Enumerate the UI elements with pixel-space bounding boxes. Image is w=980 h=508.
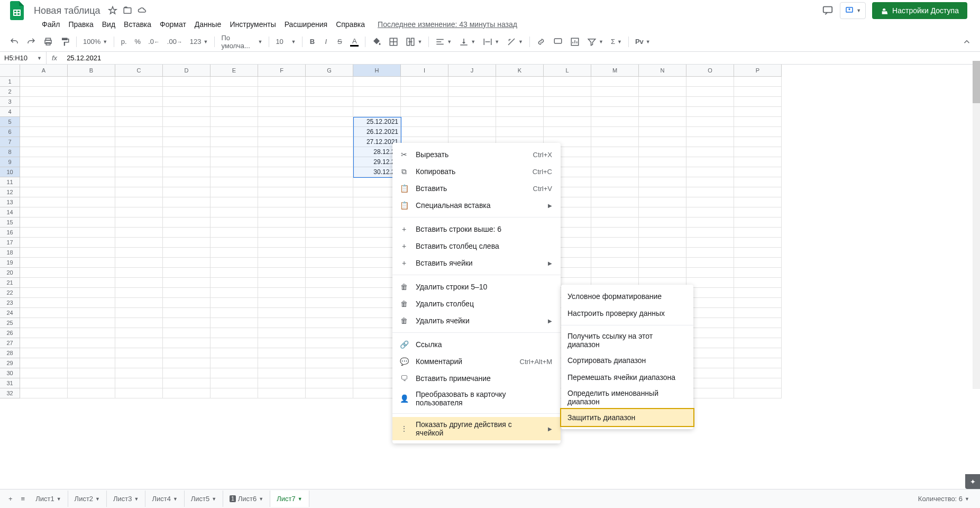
cell[interactable] bbox=[68, 217, 115, 228]
cell[interactable] bbox=[734, 388, 782, 398]
row-header[interactable]: 12 bbox=[0, 187, 20, 197]
ctx-copy[interactable]: ⧉КопироватьCtrl+C bbox=[392, 163, 561, 180]
cell[interactable] bbox=[353, 87, 401, 97]
sub-data-validation[interactable]: Настроить проверку данных bbox=[561, 305, 693, 322]
cell[interactable] bbox=[591, 157, 639, 167]
cell[interactable] bbox=[115, 278, 163, 288]
col-header[interactable]: G bbox=[306, 65, 353, 76]
explore-button[interactable]: ✦ bbox=[965, 474, 980, 489]
row-header[interactable]: 6 bbox=[0, 127, 20, 137]
cell[interactable] bbox=[258, 157, 306, 167]
cell[interactable] bbox=[686, 248, 734, 258]
row-header[interactable]: 18 bbox=[0, 248, 20, 258]
cell[interactable] bbox=[734, 238, 782, 248]
cell[interactable] bbox=[258, 378, 306, 388]
cell[interactable] bbox=[210, 298, 258, 308]
cell[interactable] bbox=[115, 258, 163, 268]
cell[interactable] bbox=[306, 207, 353, 217]
cell[interactable] bbox=[686, 177, 734, 187]
sub-named-range[interactable]: Определить именованный диапазон bbox=[561, 386, 693, 409]
cell[interactable] bbox=[591, 177, 639, 187]
cell[interactable] bbox=[591, 238, 639, 248]
cell[interactable] bbox=[258, 167, 306, 177]
ctx-cut[interactable]: ✂ВырезатьCtrl+X bbox=[392, 146, 561, 163]
cell[interactable] bbox=[686, 137, 734, 147]
cell[interactable] bbox=[686, 268, 734, 278]
cell[interactable] bbox=[258, 288, 306, 298]
ctx-people[interactable]: 👤Преобразовать в карточку пользователя bbox=[392, 387, 561, 410]
cell[interactable] bbox=[686, 187, 734, 197]
cell[interactable] bbox=[734, 268, 782, 278]
cell[interactable] bbox=[115, 388, 163, 398]
cell[interactable] bbox=[401, 87, 448, 97]
cell[interactable]: 26.12.2021 bbox=[353, 127, 401, 137]
cell[interactable] bbox=[210, 268, 258, 278]
cell[interactable] bbox=[734, 288, 782, 298]
cell[interactable] bbox=[20, 187, 68, 197]
cell[interactable] bbox=[734, 298, 782, 308]
cell[interactable] bbox=[686, 388, 734, 398]
col-header[interactable]: A bbox=[20, 65, 68, 76]
cell[interactable] bbox=[306, 328, 353, 338]
col-header[interactable]: I bbox=[401, 65, 448, 76]
cell[interactable] bbox=[68, 368, 115, 378]
cell[interactable] bbox=[210, 308, 258, 318]
cell[interactable] bbox=[210, 137, 258, 147]
cell[interactable] bbox=[210, 388, 258, 398]
cell[interactable] bbox=[20, 127, 68, 137]
cell[interactable] bbox=[20, 197, 68, 207]
cell[interactable] bbox=[68, 318, 115, 328]
cell[interactable] bbox=[591, 268, 639, 278]
cell[interactable] bbox=[734, 278, 782, 288]
chart-icon[interactable] bbox=[567, 34, 583, 49]
cell[interactable] bbox=[591, 107, 639, 117]
valign-icon[interactable]: ▼ bbox=[456, 35, 479, 49]
cell[interactable] bbox=[306, 177, 353, 187]
ctx-delete-col[interactable]: 🗑Удалить столбец bbox=[392, 295, 561, 312]
cell[interactable] bbox=[115, 127, 163, 137]
cell[interactable] bbox=[306, 107, 353, 117]
undo-icon[interactable] bbox=[6, 34, 22, 49]
cell[interactable] bbox=[544, 107, 591, 117]
cell[interactable] bbox=[163, 127, 210, 137]
cell[interactable] bbox=[163, 318, 210, 328]
cell[interactable] bbox=[115, 177, 163, 187]
cell[interactable] bbox=[306, 268, 353, 278]
cell[interactable] bbox=[210, 157, 258, 167]
cell[interactable] bbox=[306, 157, 353, 167]
sheet-tab-6[interactable]: 1Лист6▼ bbox=[223, 491, 270, 507]
cell[interactable] bbox=[210, 197, 258, 207]
cell[interactable]: 25.12.2021 bbox=[353, 117, 401, 127]
cell[interactable] bbox=[639, 187, 686, 197]
cell[interactable] bbox=[639, 97, 686, 107]
cell[interactable] bbox=[115, 187, 163, 197]
cell[interactable] bbox=[591, 77, 639, 87]
functions-icon[interactable]: Σ▼ bbox=[608, 35, 625, 48]
col-header[interactable]: P bbox=[734, 65, 782, 76]
col-header[interactable]: L bbox=[544, 65, 591, 76]
row-header[interactable]: 22 bbox=[0, 288, 20, 298]
cell[interactable] bbox=[734, 157, 782, 167]
cell[interactable] bbox=[591, 187, 639, 197]
row-header[interactable]: 1 bbox=[0, 77, 20, 87]
cell[interactable] bbox=[115, 338, 163, 348]
cell[interactable] bbox=[639, 117, 686, 127]
cell[interactable] bbox=[68, 268, 115, 278]
cell[interactable] bbox=[544, 77, 591, 87]
expand-toolbar-icon[interactable] bbox=[960, 35, 974, 49]
cell[interactable] bbox=[115, 348, 163, 358]
ctx-comment[interactable]: 💬КомментарийCtrl+Alt+M bbox=[392, 353, 561, 370]
cell[interactable] bbox=[734, 368, 782, 378]
col-header[interactable]: B bbox=[68, 65, 115, 76]
cell[interactable] bbox=[639, 167, 686, 177]
cell[interactable] bbox=[401, 107, 448, 117]
menu-data[interactable]: Данные bbox=[191, 18, 225, 31]
cell[interactable] bbox=[686, 318, 734, 328]
cell[interactable] bbox=[210, 288, 258, 298]
paint-format-icon[interactable] bbox=[57, 34, 73, 49]
merge-cells-icon[interactable]: ▼ bbox=[402, 35, 425, 49]
cell[interactable] bbox=[20, 107, 68, 117]
cell[interactable] bbox=[639, 197, 686, 207]
cell[interactable] bbox=[544, 87, 591, 97]
cell[interactable] bbox=[210, 368, 258, 378]
